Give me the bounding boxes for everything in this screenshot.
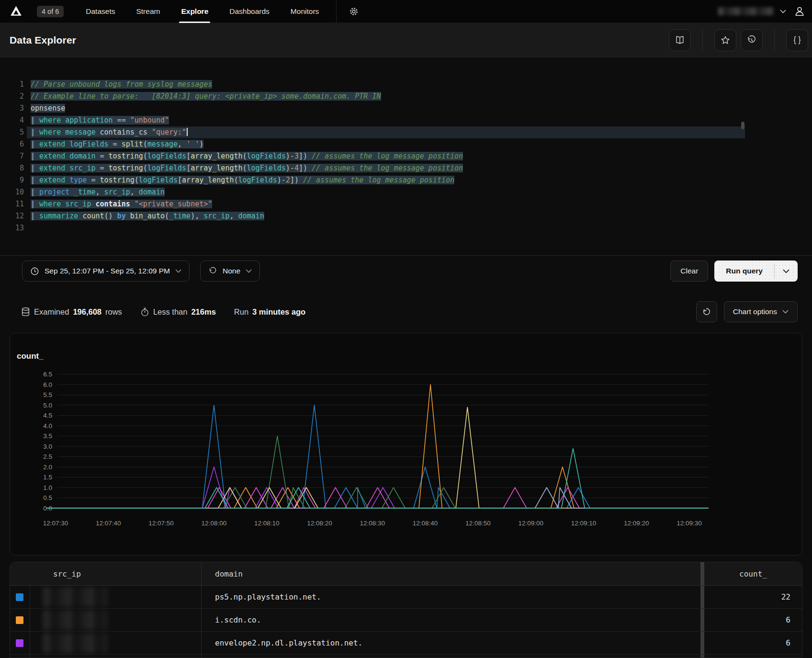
timeseries-chart[interactable]: 0.00.51.01.52.02.53.03.54.04.55.05.56.06… (10, 333, 802, 555)
query-editor[interactable]: 1// Parse unbound logs from syslog messa… (0, 57, 812, 282)
svg-text:12:08:10: 12:08:10 (254, 520, 280, 527)
table-scrollbar-strip[interactable] (700, 562, 704, 585)
line-number: 8 (10, 162, 24, 174)
svg-text:12:09:10: 12:09:10 (571, 520, 597, 527)
docs-button[interactable] (669, 29, 691, 51)
svg-text:12:09:00: 12:09:00 (518, 520, 543, 527)
column-header-src-ip[interactable]: src_ip (30, 562, 202, 585)
svg-text:5.0: 5.0 (43, 402, 52, 409)
code-line-10[interactable]: 10| project _time, src_ip, domain (0, 186, 812, 198)
refresh-button[interactable] (696, 301, 717, 322)
run-options-button[interactable] (775, 261, 798, 282)
settings-gear-icon[interactable] (345, 3, 362, 20)
code-line-7[interactable]: 7| extend domain = tostring(logFields[ar… (0, 150, 812, 162)
line-number: 5 (10, 126, 24, 138)
braces-icon (792, 35, 802, 45)
examined-rows-stat: Examined 196,608 rows (21, 307, 122, 317)
line-number: 2 (10, 91, 24, 102)
query-history-button[interactable] (741, 29, 763, 51)
src-ip-redacted (43, 633, 108, 653)
code-line-2[interactable]: 2// Example line to parse: [82014:3] que… (0, 91, 812, 102)
chevron-down-icon (780, 10, 786, 13)
svg-text:12:07:50: 12:07:50 (148, 520, 174, 527)
svg-text:12:08:40: 12:08:40 (413, 520, 438, 527)
run-query-button[interactable]: Run query (714, 261, 774, 282)
account-menu[interactable] (718, 7, 786, 15)
code-line-6[interactable]: 6| extend logFields = split(message, ' '… (0, 138, 812, 150)
time-compare-icon (208, 267, 217, 276)
line-number: 13 (10, 222, 24, 234)
svg-text:12:07:30: 12:07:30 (43, 520, 68, 527)
svg-text:1.0: 1.0 (43, 484, 52, 491)
tab-stream[interactable]: Stream (125, 0, 170, 23)
tab-datasets[interactable]: Datasets (75, 0, 125, 23)
trial-badge: 4 of 6 (37, 6, 64, 17)
column-header-domain[interactable]: domain (202, 562, 700, 585)
table-row[interactable]: i.scdn.co.6 (10, 609, 802, 632)
src-ip-cell (30, 586, 202, 608)
line-number: 7 (10, 150, 24, 162)
star-button[interactable] (714, 29, 736, 51)
count-cell (704, 655, 802, 658)
account-name-redacted (718, 7, 774, 15)
line-number: 12 (10, 210, 24, 222)
svg-text:12:07:40: 12:07:40 (96, 520, 121, 527)
clock-icon (30, 267, 39, 276)
series-color-swatch (16, 593, 23, 601)
chevron-down-icon (783, 269, 789, 273)
compare-label: None (223, 267, 240, 275)
tab-dashboards[interactable]: Dashboards (219, 0, 280, 23)
code-line-4[interactable]: 4| where application == "unbound" (0, 114, 812, 126)
header-divider (702, 29, 703, 51)
series-swatch-cell (10, 586, 30, 608)
time-range-label: Sep 25, 12:07 PM - Sep 25, 12:09 PM (45, 267, 170, 275)
svg-text:6.0: 6.0 (43, 381, 52, 388)
src-ip-cell (30, 655, 202, 658)
table-scrollbar-strip[interactable] (700, 632, 704, 654)
tab-explore[interactable]: Explore (170, 0, 219, 23)
book-open-icon (675, 35, 685, 45)
code-line-3[interactable]: 3opnsense (0, 102, 812, 114)
svg-text:0.5: 0.5 (43, 494, 52, 501)
editor-scrollbar[interactable] (741, 122, 744, 129)
code-area[interactable]: 1// Parse unbound logs from syslog messa… (0, 57, 812, 234)
svg-text:2.0: 2.0 (43, 464, 52, 471)
run-query-split-button: Run query (714, 261, 798, 282)
api-braces-button[interactable] (786, 29, 808, 51)
table-scrollbar-strip[interactable] (700, 609, 704, 631)
chart-panel: count_ 0.00.51.01.52.02.53.03.54.04.55.0… (10, 333, 802, 556)
table-scrollbar-strip[interactable] (700, 586, 704, 608)
user-profile-icon[interactable] (794, 6, 805, 17)
count-cell: 6 (704, 609, 802, 631)
time-range-picker[interactable]: Sep 25, 12:07 PM - Sep 25, 12:09 PM (22, 261, 190, 282)
column-header-count[interactable]: count_ (704, 562, 802, 585)
history-icon (746, 35, 757, 45)
code-line-1[interactable]: 1// Parse unbound logs from syslog messa… (0, 79, 812, 91)
svg-text:12:08:00: 12:08:00 (202, 520, 227, 527)
compare-picker[interactable]: None (200, 261, 260, 282)
chevron-down-icon (782, 310, 789, 314)
code-line-12[interactable]: 12| summarize count() by bin_auto(_time)… (0, 210, 812, 222)
svg-text:3.0: 3.0 (43, 443, 52, 450)
code-line-8[interactable]: 8| extend src_ip = tostring(logFields[ar… (0, 162, 812, 174)
table-row[interactable]: ps5.np.playstation.net.22 (10, 586, 802, 609)
code-line-13[interactable]: 13 (0, 222, 812, 234)
axiom-logo-icon[interactable] (10, 5, 23, 18)
editor-toolbar: Sep 25, 12:07 PM - Sep 25, 12:09 PM None… (0, 255, 812, 282)
code-line-9[interactable]: 9| extend type = tostring(logFields[arra… (0, 174, 812, 186)
svg-text:4.5: 4.5 (43, 412, 52, 419)
table-scrollbar-strip[interactable] (700, 655, 704, 658)
code-line-5[interactable]: 5| where message contains_cs "query:" (0, 126, 812, 138)
code-line-11[interactable]: 11| where src_ip contains "<private_subn… (0, 198, 812, 210)
domain-cell: ps5.np.playstation.net. (202, 586, 700, 608)
top-nav: 4 of 6 DatasetsStreamExploreDashboardsMo… (0, 0, 812, 23)
table-row[interactable] (10, 655, 802, 658)
series-swatch-cell (10, 609, 30, 631)
table-row[interactable]: envelope2.np.dl.playstation.net.6 (10, 632, 802, 655)
refresh-icon (702, 307, 711, 317)
svg-text:2.5: 2.5 (43, 453, 52, 460)
clear-button[interactable]: Clear (670, 261, 708, 282)
tab-monitors[interactable]: Monitors (280, 0, 329, 23)
chart-options-button[interactable]: Chart options (724, 301, 798, 322)
domain-cell (202, 655, 700, 658)
